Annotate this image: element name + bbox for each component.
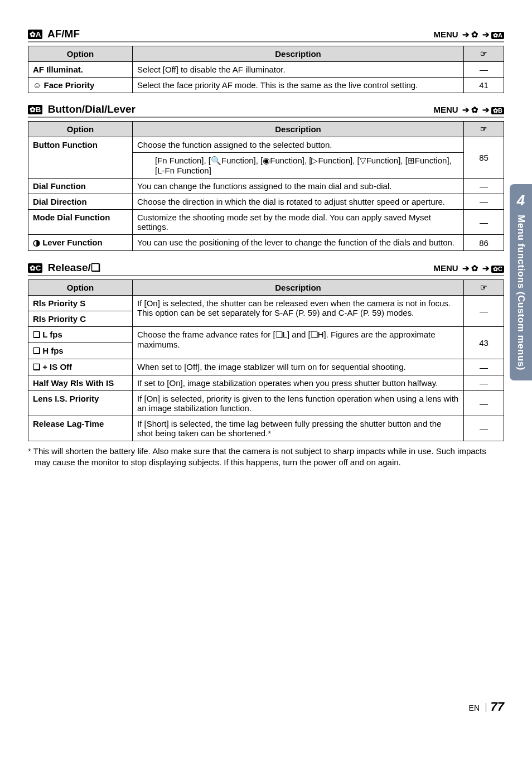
th-option: Option — [28, 46, 133, 62]
side-tab: 4 Menu functions (Custom menus) — [510, 184, 532, 380]
th-option: Option — [28, 122, 133, 137]
cell-option: Button Function — [28, 137, 133, 179]
cell-option: ◑ Lever Function — [28, 235, 133, 251]
table-row: Half Way Rls With IS If set to [On], ima… — [28, 375, 504, 391]
side-tab-text: Menu functions (Custom menus) — [515, 215, 526, 370]
cell-option: Mode Dial Function — [28, 210, 133, 235]
cell-desc: You can use the positioning of the lever… — [133, 235, 464, 251]
cell-desc: If [On] is selected, priority is given t… — [133, 391, 464, 416]
footnote: * This will shorten the battery life. Al… — [35, 446, 504, 469]
table-btn: Option Description ☞ Button Function Cho… — [28, 121, 504, 251]
cell-ref: — — [464, 194, 504, 210]
section-title-af-text: AF/MF — [47, 28, 80, 40]
section-menu-path-btn: MENU ➔✿ ➔✿B — [434, 105, 504, 115]
cell-ref: — — [464, 296, 504, 327]
page-footer: EN 77 — [469, 700, 504, 714]
cell-desc: Choose the direction in which the dial i… — [133, 194, 464, 210]
cell-option: Rls Priority C — [28, 311, 133, 327]
side-tab-number: 4 — [510, 192, 532, 209]
cell-desc: Select the face priority AF mode. This i… — [133, 78, 464, 93]
table-row: ❏ L fps Choose the frame advance rates f… — [28, 327, 504, 343]
table-row: Release Lag-Time If [Short] is selected,… — [28, 416, 504, 441]
section-title-rel-text: Release/❏ — [48, 262, 100, 273]
cell-desc: If set to [On], image stabilization oper… — [133, 375, 464, 391]
cell-ref: 41 — [464, 78, 504, 93]
cell-option: Lens I.S. Priority — [28, 391, 133, 416]
table-af: Option Description ☞ AF Illuminat. Selec… — [28, 46, 504, 93]
cell-option: ❏ + IS Off — [28, 359, 133, 375]
cell-ref: 85 — [464, 137, 504, 179]
section-title-btn: ✿B Button/Dial/Lever — [28, 103, 136, 115]
section-icon-af: ✿A — [28, 30, 42, 39]
cell-option: Rls Priority S — [28, 296, 133, 311]
cell-ref: — — [464, 416, 504, 441]
table-row: ☺ Face Priority Select the face priority… — [28, 78, 504, 93]
cell-desc: When set to [Off], the image stablizer w… — [133, 359, 464, 375]
cell-option: Half Way Rls With IS — [28, 375, 133, 391]
th-desc: Description — [133, 280, 464, 296]
footer-page: 77 — [491, 700, 504, 713]
table-row: ❏ + IS Off When set to [Off], the image … — [28, 359, 504, 375]
cell-option: ☺ Face Priority — [28, 78, 133, 93]
table-row: ◑ Lever Function You can use the positio… — [28, 235, 504, 251]
cell-desc: You can change the functions assigned to… — [133, 179, 464, 194]
table-row: Button Function Choose the function assi… — [28, 137, 504, 153]
table-row: Dial Direction Choose the direction in w… — [28, 194, 504, 210]
cell-ref: 86 — [464, 235, 504, 251]
cell-ref: — — [464, 62, 504, 78]
section-header-rel: ✿C Release/❏ MENU ➔✿ ➔✿C — [28, 261, 504, 276]
cell-option: Dial Direction — [28, 194, 133, 210]
th-desc: Description — [133, 46, 464, 62]
section-title-btn-text: Button/Dial/Lever — [48, 103, 136, 115]
cell-option: ❏ H fps — [28, 343, 133, 359]
cell-desc-sub: [Fn Function], [🔍Function], [◉Function],… — [133, 153, 464, 179]
th-desc: Description — [133, 122, 464, 137]
cell-desc: Select [Off] to disable the AF illuminat… — [133, 62, 464, 78]
th-ref-icon: ☞ — [464, 122, 504, 137]
table-rel: Option Description ☞ Rls Priority S If [… — [28, 279, 504, 441]
section-title-rel: ✿C Release/❏ — [28, 261, 100, 274]
footer-lang: EN — [469, 703, 480, 712]
section-menu-path-rel: MENU ➔✿ ➔✿C — [434, 263, 504, 273]
cell-ref: — — [464, 179, 504, 194]
cell-ref: — — [464, 359, 504, 375]
th-option: Option — [28, 280, 133, 296]
cell-ref: — — [464, 391, 504, 416]
section-header-af: ✿A AF/MF MENU ➔✿ ➔✿A — [28, 28, 504, 42]
section-icon-btn: ✿B — [28, 105, 42, 114]
cell-desc: If [On] is selected, the shutter can be … — [133, 296, 464, 327]
cell-ref: — — [464, 210, 504, 235]
cell-option: AF Illuminat. — [28, 62, 133, 78]
cell-desc: Customize the shooting mode set by the m… — [133, 210, 464, 235]
section-header-btn: ✿B Button/Dial/Lever MENU ➔✿ ➔✿B — [28, 103, 504, 118]
cell-desc: Choose the frame advance rates for [❏L] … — [133, 327, 464, 359]
cell-desc: Choose the function assigned to the sele… — [133, 137, 464, 153]
section-title-af: ✿A AF/MF — [28, 28, 80, 40]
table-row: Dial Function You can change the functio… — [28, 179, 504, 194]
cell-desc: If [Short] is selected, the time lag bet… — [133, 416, 464, 441]
th-ref-icon: ☞ — [464, 280, 504, 296]
table-row: AF Illuminat. Select [Off] to disable th… — [28, 62, 504, 78]
cell-ref: — — [464, 375, 504, 391]
cell-ref: 43 — [464, 327, 504, 359]
table-row: Lens I.S. Priority If [On] is selected, … — [28, 391, 504, 416]
table-row: Rls Priority S If [On] is selected, the … — [28, 296, 504, 311]
cell-option: Release Lag-Time — [28, 416, 133, 441]
section-icon-rel: ✿C — [28, 263, 42, 273]
cell-option: ❏ L fps — [28, 327, 133, 343]
cell-option: Dial Function — [28, 179, 133, 194]
table-row: Mode Dial Function Customize the shootin… — [28, 210, 504, 235]
section-menu-path-af: MENU ➔✿ ➔✿A — [434, 30, 504, 40]
th-ref-icon: ☞ — [464, 46, 504, 62]
